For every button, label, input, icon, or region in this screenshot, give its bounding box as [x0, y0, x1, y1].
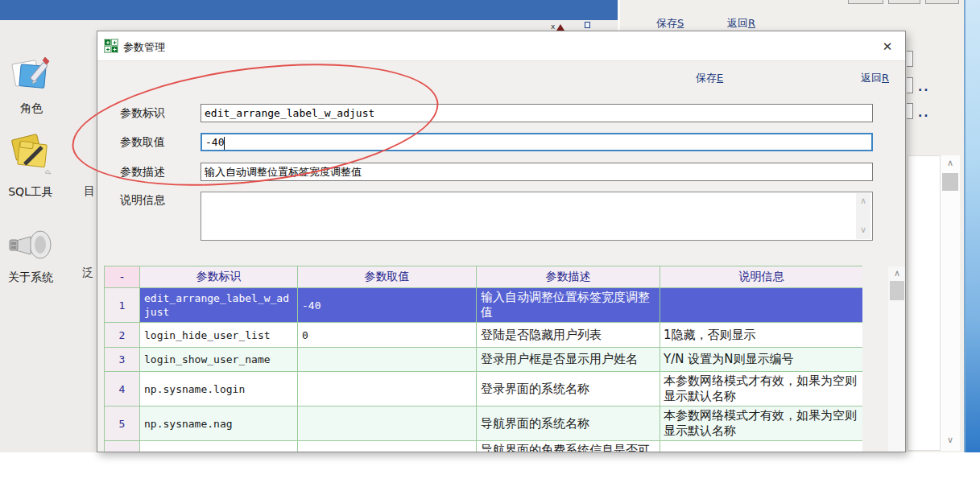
- partial-icon-label: 泛: [82, 266, 93, 280]
- param-management-dialog: 参数管理 ✕ 保存E 返回R 参数标识 参数取值 参数描述 说明信息 ∧ ∨: [97, 31, 906, 452]
- table-row[interactable]: 1edit_arrange_label_w_adjust-40输入自动调整位置标…: [105, 288, 863, 323]
- desktop-icon-role[interactable]: 角色: [6, 55, 56, 116]
- top-title-bar: [0, 0, 620, 20]
- desktop-icon-sql-tools[interactable]: SQL工具: [2, 129, 60, 200]
- screen: 角色 SQL工具 关于系统 目 泛: [0, 0, 980, 487]
- bgwin-scrollbar[interactable]: ∧ ∨: [941, 155, 960, 451]
- param-ident-input[interactable]: [201, 104, 873, 122]
- cell-info[interactable]: 本参数网络模式才有效，如果为空则显示默认名称: [660, 407, 863, 441]
- dialog-titlebar[interactable]: 参数管理 ✕: [97, 31, 905, 61]
- info-label: 说明信息: [120, 193, 165, 208]
- cell-desc[interactable]: 输入自动调整位置标签宽度调整值: [477, 288, 660, 323]
- bgwin-list-area: [908, 155, 941, 451]
- info-textarea[interactable]: [201, 192, 873, 241]
- cell-value[interactable]: [298, 407, 477, 441]
- table-row[interactable]: 5np.sysname.nag导航界面的系统名称本参数网络模式才有效，如果为空则…: [105, 407, 863, 441]
- scrollbar-thumb[interactable]: [942, 173, 958, 191]
- desktop-icon-label: 角色: [6, 101, 56, 116]
- desktop-icon-label: SQL工具: [2, 185, 60, 200]
- header-cell: 说明信息: [660, 266, 863, 288]
- cell-num[interactable]: 3: [105, 348, 140, 372]
- bgwin-input-fragment: [907, 103, 913, 119]
- param-value-input[interactable]: [201, 133, 873, 151]
- cell-num[interactable]: 4: [105, 372, 140, 407]
- unknown-fragment-icon: x: [551, 23, 555, 31]
- header-cell: 参数取值: [298, 266, 477, 288]
- cell-desc[interactable]: 登录用户框是否显示用户姓名: [477, 348, 660, 372]
- table-scrollbar[interactable]: ∧: [888, 266, 906, 452]
- bottom-white-strip: [0, 452, 980, 487]
- dialog-return-link[interactable]: 返回R: [861, 71, 889, 85]
- param-desc-label: 参数描述: [120, 165, 165, 180]
- scroll-up-icon[interactable]: ∧: [941, 159, 960, 168]
- cell-info[interactable]: 本参数网络模式才有效 Y/N: [660, 441, 863, 453]
- browse-dots[interactable]: ..: [918, 106, 930, 119]
- param-value-label: 参数取值: [120, 135, 165, 150]
- unknown-fragment-icon: [585, 22, 590, 28]
- scroll-down-icon[interactable]: ∨: [941, 435, 960, 445]
- param-manager-icon: [104, 39, 118, 56]
- cell-num[interactable]: 6: [105, 441, 140, 453]
- dialog-title: 参数管理: [123, 40, 165, 55]
- bgwin-button-fragment: [848, 0, 883, 4]
- text-caret: [224, 137, 225, 150]
- table-row[interactable]: 6np.freeinfo.nag.visible导航界面的免费系统信息是否可见本…: [105, 441, 863, 453]
- cell-info[interactable]: [660, 288, 863, 323]
- cell-desc[interactable]: 导航界面的系统名称: [477, 407, 660, 441]
- cell-ident[interactable]: edit_arrange_label_w_adjust: [140, 288, 298, 323]
- cell-value[interactable]: [298, 372, 477, 407]
- cell-desc[interactable]: 导航界面的免费系统信息是否可见: [477, 441, 660, 453]
- scroll-up-icon[interactable]: ∧: [888, 269, 906, 279]
- cell-ident[interactable]: np.sysname.nag: [140, 407, 298, 441]
- table-row[interactable]: 3login_show_user_name登录用户框是否显示用户姓名Y/N 设置…: [105, 348, 863, 372]
- cell-num[interactable]: 5: [105, 407, 140, 441]
- header-cell: 参数标识: [140, 266, 298, 288]
- table-header-row: - 参数标识 参数取值 参数描述 说明信息: [105, 266, 863, 288]
- dialog-save-link[interactable]: 保存E: [696, 71, 723, 85]
- scroll-down-icon[interactable]: ∨: [856, 225, 870, 235]
- bgwin-return-link[interactable]: 返回R: [727, 16, 755, 31]
- partial-icon-label: 目: [84, 184, 95, 199]
- cell-num[interactable]: 2: [105, 323, 140, 348]
- param-desc-input[interactable]: [201, 163, 873, 181]
- cell-info[interactable]: 1隐藏，否则显示: [660, 323, 863, 348]
- bgwin-button-fragment: [888, 0, 920, 4]
- cell-value[interactable]: -40: [298, 288, 477, 323]
- param-table-body: 1edit_arrange_label_w_adjust-40输入自动调整位置标…: [105, 288, 863, 453]
- cell-ident[interactable]: np.freeinfo.nag.visible: [140, 441, 298, 453]
- table-row[interactable]: 2login_hide_user_list0登陆是否隐藏用户列表1隐藏，否则显示: [105, 323, 863, 348]
- scrollbar-thumb[interactable]: [890, 281, 904, 300]
- header-cell: -: [105, 266, 140, 288]
- table-row[interactable]: 4np.sysname.login登录界面的系统名称本参数网络模式才有效，如果为…: [105, 372, 863, 407]
- role-icon: [10, 85, 53, 100]
- cell-info[interactable]: 本参数网络模式才有效，如果为空则显示默认名称: [660, 372, 863, 407]
- browse-dots[interactable]: ..: [918, 80, 930, 93]
- bgwin-input-fragment: [907, 77, 913, 93]
- bgwin-button-fragment: [925, 0, 959, 4]
- unknown-fragment-icon: [556, 24, 564, 31]
- bgwin-save-link[interactable]: 保存S: [656, 16, 684, 31]
- cell-value[interactable]: [298, 348, 477, 372]
- about-system-icon: [6, 254, 55, 269]
- cell-ident[interactable]: np.sysname.login: [140, 372, 298, 407]
- cell-ident[interactable]: login_show_user_name: [140, 348, 298, 372]
- textarea-scrollbar[interactable]: ∧ ∨: [856, 193, 870, 239]
- sql-tools-icon: [7, 168, 54, 184]
- param-table: - 参数标识 参数取值 参数描述 说明信息 1edit_arrange_labe…: [104, 266, 862, 452]
- cell-value[interactable]: 0: [298, 323, 477, 348]
- close-icon[interactable]: ✕: [877, 37, 898, 56]
- cell-num[interactable]: 1: [105, 288, 140, 323]
- cell-info[interactable]: Y/N 设置为N则显示编号: [660, 348, 863, 372]
- cell-desc[interactable]: 登录界面的系统名称: [477, 372, 660, 407]
- param-ident-label: 参数标识: [120, 106, 165, 121]
- header-cell: 参数描述: [477, 266, 660, 288]
- desktop-wallpaper-strip: [964, 0, 980, 452]
- cell-desc[interactable]: 登陆是否隐藏用户列表: [477, 323, 660, 348]
- cell-ident[interactable]: login_hide_user_list: [140, 323, 298, 348]
- scroll-up-icon[interactable]: ∧: [856, 196, 870, 206]
- cell-value[interactable]: [298, 441, 477, 453]
- desktop-icon-about-system[interactable]: 关于系统: [3, 229, 58, 285]
- desktop-icon-label: 关于系统: [3, 270, 58, 285]
- bgwin-input-fragment: [907, 51, 913, 67]
